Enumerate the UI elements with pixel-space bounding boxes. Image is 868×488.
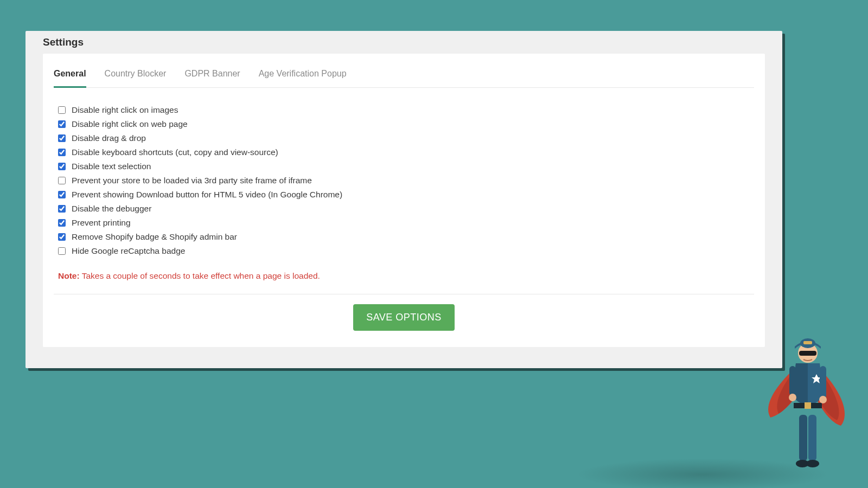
svg-rect-13 xyxy=(803,341,812,344)
option-checkbox-prevent-download-button[interactable] xyxy=(58,191,66,198)
svg-point-3 xyxy=(806,460,819,467)
option-row[interactable]: Prevent your store to be loaded via 3rd … xyxy=(58,174,754,188)
option-label: Disable text selection xyxy=(72,162,151,171)
option-checkbox-remove-shopify-badge[interactable] xyxy=(58,233,66,241)
option-label: Disable the debugger xyxy=(72,204,151,214)
options-list: Disable right click on images Disable ri… xyxy=(54,88,754,264)
svg-point-10 xyxy=(819,396,827,403)
option-checkbox-disable-right-click-images[interactable] xyxy=(58,106,66,114)
option-label: Prevent your store to be loaded via 3rd … xyxy=(72,176,312,185)
option-row[interactable]: Hide Google reCaptcha badge xyxy=(58,244,754,258)
actions: SAVE OPTIONS xyxy=(54,304,754,331)
tab-general[interactable]: General xyxy=(54,63,86,88)
option-label: Disable keyboard shortcuts (cut, copy an… xyxy=(72,147,278,157)
svg-rect-1 xyxy=(808,415,816,461)
svg-rect-5 xyxy=(805,402,811,409)
divider xyxy=(54,294,754,294)
option-row[interactable]: Disable the debugger xyxy=(58,202,754,216)
option-checkbox-prevent-iframe[interactable] xyxy=(58,177,66,184)
save-options-button[interactable]: SAVE OPTIONS xyxy=(353,304,455,331)
option-row[interactable]: Disable right click on web page xyxy=(58,117,754,131)
page-title: Settings xyxy=(25,31,782,53)
svg-rect-7 xyxy=(789,366,796,396)
tab-gdpr-banner[interactable]: GDPR Banner xyxy=(184,63,240,88)
settings-card: Settings General Country Blocker GDPR Ba… xyxy=(25,31,782,368)
tab-country-blocker[interactable]: Country Blocker xyxy=(105,63,167,88)
option-row[interactable]: Prevent printing xyxy=(58,216,754,230)
note-label: Note: xyxy=(58,271,80,280)
note-text: Takes a couple of seconds to take effect… xyxy=(80,271,320,280)
tabs: General Country Blocker GDPR Banner Age … xyxy=(54,60,754,88)
option-label: Prevent printing xyxy=(72,218,131,228)
svg-rect-14 xyxy=(799,351,816,356)
svg-rect-0 xyxy=(799,415,807,461)
mascot-hero-icon xyxy=(757,333,854,480)
svg-rect-8 xyxy=(820,366,826,399)
option-label: Disable drag & drop xyxy=(72,133,146,143)
option-row[interactable]: Prevent showing Download button for HTML… xyxy=(58,188,754,202)
option-row[interactable]: Disable text selection xyxy=(58,159,754,174)
note: Note: Takes a couple of seconds to take … xyxy=(54,264,754,281)
option-row[interactable]: Disable keyboard shortcuts (cut, copy an… xyxy=(58,145,754,159)
option-checkbox-prevent-printing[interactable] xyxy=(58,219,66,227)
option-row[interactable]: Disable right click on images xyxy=(58,103,754,117)
option-checkbox-disable-right-click-page[interactable] xyxy=(58,120,66,128)
option-checkbox-hide-recaptcha[interactable] xyxy=(58,247,66,255)
option-row[interactable]: Disable drag & drop xyxy=(58,131,754,145)
option-checkbox-disable-text-selection[interactable] xyxy=(58,163,66,170)
svg-point-9 xyxy=(789,394,796,401)
option-checkbox-disable-keyboard-shortcuts[interactable] xyxy=(58,149,66,156)
option-checkbox-disable-debugger[interactable] xyxy=(58,205,66,213)
tab-age-verification[interactable]: Age Verification Popup xyxy=(259,63,347,88)
settings-panel: General Country Blocker GDPR Banner Age … xyxy=(43,54,765,347)
option-label: Disable right click on images xyxy=(72,105,178,115)
option-checkbox-disable-drag-drop[interactable] xyxy=(58,134,66,142)
option-label: Prevent showing Download button for HTML… xyxy=(72,190,342,200)
option-row[interactable]: Remove Shopify badge & Shopify admin bar xyxy=(58,230,754,244)
option-label: Remove Shopify badge & Shopify admin bar xyxy=(72,232,237,242)
option-label: Hide Google reCaptcha badge xyxy=(72,246,185,256)
option-label: Disable right click on web page xyxy=(72,119,188,129)
